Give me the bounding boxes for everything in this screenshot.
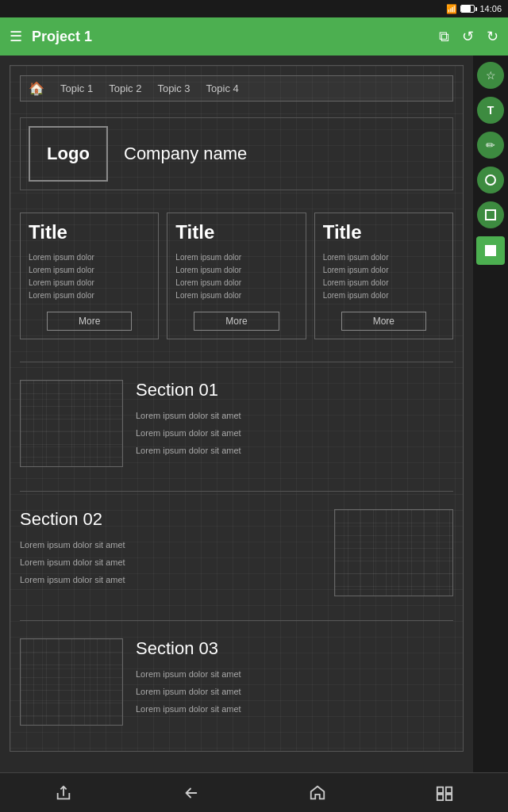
section-03-content: Section 03 Lorem ipsum dolor sit amet Lo… [136,638,453,726]
wifi-icon: 📶 [446,4,457,14]
canvas-area[interactable]: 🏠 Topic 1 Topic 2 Topic 3 Topic 4 Logo C… [0,56,473,772]
card-2-body: Lorem ipsum dolor Lorem ipsum dolor Lore… [175,251,297,302]
header-section: Logo Company name [20,117,453,190]
nav-home-icon[interactable]: 🏠 [29,81,44,96]
card-3-more-button[interactable]: More [341,312,426,331]
app-title: Project 1 [32,29,92,45]
svg-rect-2 [485,245,496,256]
card-1-title: Title [29,221,150,243]
square-filled-tool-button[interactable] [476,236,505,265]
card-2-title: Title [175,221,297,243]
section-01-title: Section 01 [136,380,453,400]
section-02-image [334,509,453,596]
home-button[interactable] [298,773,337,813]
square-outline-icon [484,209,497,221]
recent-button[interactable] [425,773,464,813]
section-02-content: Section 02 Lorem ipsum dolor sit amet Lo… [20,509,321,596]
section-03-title: Section 03 [136,638,453,659]
back-button[interactable] [171,773,210,813]
nav-topic3[interactable]: Topic 3 [157,82,190,94]
nav-bar: 🏠 Topic 1 Topic 2 Topic 3 Topic 4 [20,75,453,102]
svg-rect-6 [446,794,452,799]
bottom-nav [0,772,508,812]
logo-text: Logo [47,144,90,164]
battery-icon [460,5,475,13]
menu-icon[interactable]: ☰ [10,28,22,45]
card-3-title: Title [323,221,444,243]
nav-topic2[interactable]: Topic 2 [109,82,141,94]
status-bar: 📶 14:06 [0,0,508,17]
status-bar-right: 📶 14:06 [446,4,502,14]
home-icon [309,784,326,802]
nav-topic1[interactable]: Topic 1 [60,82,93,94]
main-area: 🏠 Topic 1 Topic 2 Topic 3 Topic 4 Logo C… [0,56,508,772]
square-outline-tool-button[interactable] [477,201,504,228]
svg-rect-1 [486,210,495,220]
svg-point-0 [486,175,495,185]
square-filled-icon [484,244,497,257]
app-bar: ☰ Project 1 ⧉ ↺ ↻ [0,17,508,56]
card-1-more-button[interactable]: More [47,312,132,331]
card-2-more-button[interactable]: More [194,312,279,331]
circle-tool-button[interactable] [477,167,504,193]
nav-topic4[interactable]: Topic 4 [206,82,239,94]
section-02-body: Lorem ipsum dolor sit amet Lorem ipsum d… [20,536,321,588]
svg-rect-5 [437,794,443,799]
edit-tool-button[interactable]: ✏ [477,132,504,159]
star-tool-button[interactable]: ☆ [477,62,504,89]
section-03-body: Lorem ipsum dolor sit amet Lorem ipsum d… [136,665,453,718]
divider-2 [20,491,453,492]
cards-section: Title Lorem ipsum dolor Lorem ipsum dolo… [20,213,453,339]
right-sidebar: ☆ T ✏ [473,56,508,772]
section-01-content: Section 01 Lorem ipsum dolor sit amet Lo… [136,380,453,467]
share-button[interactable] [44,773,83,813]
wireframe: 🏠 Topic 1 Topic 2 Topic 3 Topic 4 Logo C… [10,65,464,752]
redo-icon[interactable]: ↻ [487,28,498,45]
section-01: Section 01 Lorem ipsum dolor sit amet Lo… [20,372,453,475]
recent-icon [436,784,453,802]
section-01-image [20,380,123,467]
card-3: Title Lorem ipsum dolor Lorem ipsum dolo… [314,213,453,339]
logo-box: Logo [29,126,108,182]
back-icon [182,784,199,802]
section-02-title: Section 02 [20,509,321,530]
svg-rect-3 [437,787,443,792]
share-icon [55,784,72,802]
section-03-image [20,638,123,726]
card-1: Title Lorem ipsum dolor Lorem ipsum dolo… [20,213,159,339]
circle-icon [484,174,497,186]
copy-icon[interactable]: ⧉ [439,29,449,45]
app-bar-actions: ⧉ ↺ ↻ [439,28,498,45]
section-01-body: Lorem ipsum dolor sit amet Lorem ipsum d… [136,407,453,459]
time-display: 14:06 [479,4,502,13]
app-bar-left: ☰ Project 1 [10,28,92,45]
undo-icon[interactable]: ↺ [462,28,474,45]
divider-3 [20,620,453,621]
company-name: Company name [124,144,247,164]
card-3-body: Lorem ipsum dolor Lorem ipsum dolor Lore… [323,251,444,302]
section-03: Section 03 Lorem ipsum dolor sit amet Lo… [20,630,453,733]
divider-1 [20,362,453,362]
text-tool-button[interactable]: T [477,97,504,124]
card-2: Title Lorem ipsum dolor Lorem ipsum dolo… [167,213,306,339]
section-02: Section 02 Lorem ipsum dolor sit amet Lo… [20,501,453,604]
svg-rect-4 [446,787,452,792]
card-1-body: Lorem ipsum dolor Lorem ipsum dolor Lore… [29,251,150,302]
